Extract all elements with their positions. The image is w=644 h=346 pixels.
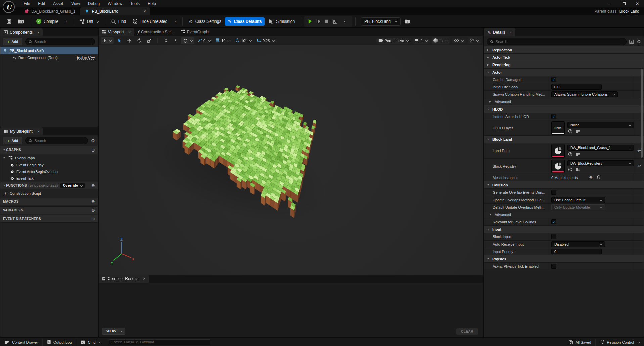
add-blueprint-item-button[interactable]: +Add <box>3 137 22 144</box>
override-dropdown[interactable]: Override <box>60 183 86 188</box>
blueprint-settings-gear-icon[interactable]: ⚙ <box>91 138 95 143</box>
clear-map-icon[interactable] <box>597 175 601 180</box>
checkbox-include-actor-in-hlod[interactable]: ✓ <box>551 114 556 119</box>
functions-section-header[interactable]: ▼ FUNCTIONS (19 OVERRIDABLE) Override ⊕ <box>0 182 98 189</box>
minimize-button[interactable]: – <box>604 0 617 7</box>
asset-thumbnail[interactable]: None <box>551 121 565 135</box>
console-command-input[interactable] <box>112 340 207 344</box>
menu-edit[interactable]: Edit <box>34 0 49 7</box>
asset-thumbnail[interactable] <box>551 144 565 158</box>
components-search[interactable] <box>25 38 95 45</box>
save-button[interactable] <box>3 17 14 26</box>
variables-section-header[interactable]: VARIABLES ⊕ <box>0 206 98 214</box>
select-tool-button[interactable] <box>115 37 124 44</box>
class-defaults-button[interactable]: ✎Class Defaults <box>225 17 265 26</box>
scale-tool-button[interactable] <box>145 37 154 44</box>
possess-button[interactable] <box>332 19 337 24</box>
cmd-dropdown[interactable]: Cmd <box>76 338 105 346</box>
details-category-hlod[interactable]: ▼HLOD <box>484 105 644 113</box>
close-icon[interactable]: × <box>510 30 512 34</box>
maximize-button[interactable] <box>617 0 631 7</box>
my-blueprint-search-input[interactable] <box>34 139 85 143</box>
menu-asset[interactable]: Asset <box>49 0 67 7</box>
content-drawer-button[interactable]: Content Drawer <box>0 338 43 346</box>
close-icon[interactable]: × <box>143 277 145 281</box>
asset-thumbnail[interactable] <box>551 160 565 173</box>
rotate-tool-button[interactable] <box>135 37 144 44</box>
event-dispatchers-section-header[interactable]: EVENT DISPATCHERS ⊕ <box>0 215 98 223</box>
browse-to-asset-icon[interactable] <box>576 167 581 172</box>
perspective-dropdown[interactable]: Perspective <box>376 38 411 44</box>
scale-snap-button[interactable]: 0.25 <box>255 37 276 44</box>
details-category-collision[interactable]: ▼Collision <box>484 181 644 189</box>
output-log-button[interactable]: Output Log <box>43 338 76 346</box>
tab-eventgraph[interactable]: EventGraph <box>177 28 212 36</box>
details-subcategory-advanced[interactable]: ▼Advanced <box>484 211 644 218</box>
asset-select-hlod-layer[interactable]: None <box>567 122 634 128</box>
show-flags-dropdown[interactable] <box>452 38 466 43</box>
component-item-self[interactable]: PB_BlockLand (Self) <box>0 47 98 54</box>
surface-snapping-button[interactable] <box>162 37 170 44</box>
menu-view[interactable]: View <box>67 0 84 7</box>
tab-construction-scr[interactable]: ƒConstruction Scr... <box>134 28 177 36</box>
event-item-event-beginplay[interactable]: Event BeginPlay <box>0 162 98 168</box>
menu-file[interactable]: File <box>19 0 34 7</box>
details-category-physics[interactable]: ▼Physics <box>484 255 644 263</box>
my-blueprint-search[interactable] <box>25 137 88 144</box>
component-item-root[interactable]: Root Component (Root) Edit in C++ <box>0 54 98 61</box>
details-category-actor[interactable]: ▼Actor <box>484 69 644 76</box>
checkbox-can-be-damaged[interactable]: ✓ <box>551 77 556 82</box>
browse-debug-object-button[interactable] <box>401 17 413 26</box>
checkbox-generate-overlap-events-duri[interactable] <box>551 190 556 195</box>
screen-percentage-dropdown[interactable]: 1 <box>413 38 429 44</box>
grid-snap-button[interactable]: 10 <box>214 37 232 44</box>
select-auto-receive-input[interactable]: Disabled <box>551 241 605 247</box>
components-search-input[interactable] <box>34 40 92 44</box>
rotation-snap-button[interactable]: 10° <box>233 37 254 44</box>
lit-mode-dropdown[interactable]: Lit <box>431 37 450 44</box>
snapping-options-kebab[interactable]: ⋮ <box>171 37 180 44</box>
tab-my-blueprint[interactable]: My Blueprint× <box>0 127 43 135</box>
frame-skip-button[interactable] <box>316 19 321 24</box>
select-update-overlaps-method-duri[interactable]: Use Config Default <box>551 197 605 203</box>
add-function-button[interactable]: ⊕ <box>91 183 95 188</box>
use-selected-asset-icon[interactable] <box>568 152 572 157</box>
stop-button[interactable] <box>324 19 329 24</box>
viewport-canvas[interactable] <box>99 36 483 275</box>
browse-to-asset-icon[interactable] <box>576 152 581 157</box>
play-options-kebab[interactable]: ⋮ <box>340 17 349 25</box>
details-category-input[interactable]: ▼Input <box>484 226 644 233</box>
tab-compiler-results[interactable]: Compiler Results× <box>99 275 149 283</box>
details-category-actor-tick[interactable]: ▶Actor Tick <box>484 54 644 61</box>
asset-select-block-registry[interactable]: DA_BlockRegistery <box>567 160 634 166</box>
checkbox-async-physics-tick-enabled[interactable] <box>551 264 556 269</box>
event-item-event-actorbeginoverlap[interactable]: Event ActorBeginOverlap <box>0 168 98 175</box>
add-map-element-icon[interactable]: ⊕ <box>589 175 593 180</box>
compile-options-kebab[interactable]: ⋮ <box>62 17 71 25</box>
details-category-rendering[interactable]: ▶Rendering <box>484 61 644 69</box>
details-search-input[interactable] <box>496 40 623 44</box>
use-selected-asset-icon[interactable] <box>568 129 572 134</box>
close-button[interactable]: ✕ <box>631 0 644 7</box>
compile-button[interactable]: ✓Compile <box>33 17 61 26</box>
world-local-space-button[interactable] <box>181 37 194 44</box>
menu-window[interactable]: Window <box>104 0 126 7</box>
use-selected-asset-icon[interactable] <box>568 167 572 172</box>
close-icon[interactable]: × <box>37 30 39 34</box>
asset-select-land-data[interactable]: DA_BlockLand_Grass_1 <box>567 145 634 151</box>
field-initial-life-span[interactable]: 0.0 <box>551 84 602 90</box>
transform-tool-dropdown[interactable] <box>101 37 114 44</box>
menu-help[interactable]: Help <box>144 0 160 7</box>
simulation-button[interactable]: Simulation <box>265 17 298 26</box>
parent-class-link[interactable]: Block Land <box>619 9 639 14</box>
add-component-button[interactable]: +Add <box>3 38 22 45</box>
macros-section-header[interactable]: MACROS ⊕ <box>0 198 98 205</box>
add-event-dispatcher-button[interactable]: ⊕ <box>91 216 95 221</box>
close-icon[interactable]: × <box>128 30 130 34</box>
close-icon[interactable]: × <box>37 129 39 133</box>
class-settings-button[interactable]: ⚙Class Settings <box>186 17 224 26</box>
browse-to-asset-button[interactable] <box>15 17 27 26</box>
play-button[interactable] <box>308 19 313 24</box>
diff-button[interactable]: Diff <box>77 17 102 26</box>
menu-tools[interactable]: Tools <box>126 0 144 7</box>
